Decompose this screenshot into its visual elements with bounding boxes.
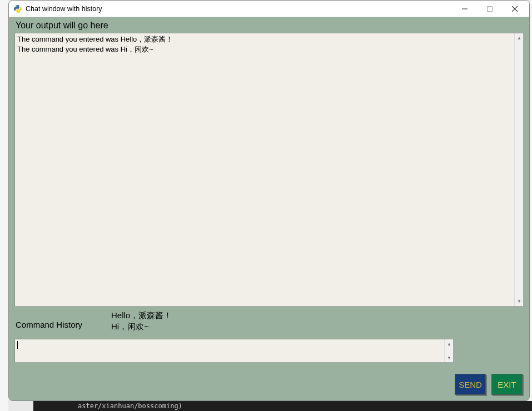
scroll-down-icon[interactable]: ▼ bbox=[445, 353, 454, 362]
maximize-button[interactable] bbox=[477, 1, 502, 17]
history-label: Command History bbox=[16, 310, 111, 329]
history-list: Hello，派森酱！ Hi，闲欢~ bbox=[111, 310, 172, 333]
output-area-container: The command you entered was Hello，派森酱！ T… bbox=[14, 33, 524, 307]
output-label: Your output will go here bbox=[16, 21, 524, 31]
obscured-terminal-line: aster/xianhuan/bosscoming) bbox=[33, 401, 532, 411]
input-scrollbar[interactable]: ▲ ▼ bbox=[444, 339, 453, 362]
app-icon bbox=[13, 4, 22, 13]
button-row: SEND EXIT bbox=[455, 374, 523, 395]
scroll-up-icon[interactable]: ▲ bbox=[515, 33, 524, 42]
command-input[interactable] bbox=[15, 339, 444, 362]
app-window: Chat window with history Your output wil… bbox=[8, 0, 530, 401]
text-caret bbox=[17, 341, 18, 349]
window-controls bbox=[452, 1, 527, 17]
obscured-left-panel bbox=[0, 0, 8, 411]
titlebar[interactable]: Chat window with history bbox=[9, 1, 529, 17]
exit-button[interactable]: EXIT bbox=[491, 374, 523, 395]
history-row: Command History Hello，派森酱！ Hi，闲欢~ bbox=[14, 310, 524, 333]
input-row: ▲ ▼ bbox=[14, 339, 524, 363]
scroll-down-icon[interactable]: ▼ bbox=[515, 297, 524, 306]
close-button[interactable] bbox=[502, 1, 527, 17]
output-scrollbar[interactable]: ▲ ▼ bbox=[514, 33, 523, 306]
minimize-button[interactable] bbox=[452, 1, 477, 17]
window-title: Chat window with history bbox=[26, 5, 452, 13]
scroll-up-icon[interactable]: ▲ bbox=[445, 339, 454, 348]
window-body: Your output will go here The command you… bbox=[9, 17, 529, 400]
obscured-right-panel bbox=[530, 0, 532, 411]
command-input-container: ▲ ▼ bbox=[14, 339, 454, 363]
output-area[interactable]: The command you entered was Hello，派森酱！ T… bbox=[15, 33, 514, 306]
svg-rect-1 bbox=[487, 6, 492, 11]
send-button[interactable]: SEND bbox=[455, 374, 486, 395]
